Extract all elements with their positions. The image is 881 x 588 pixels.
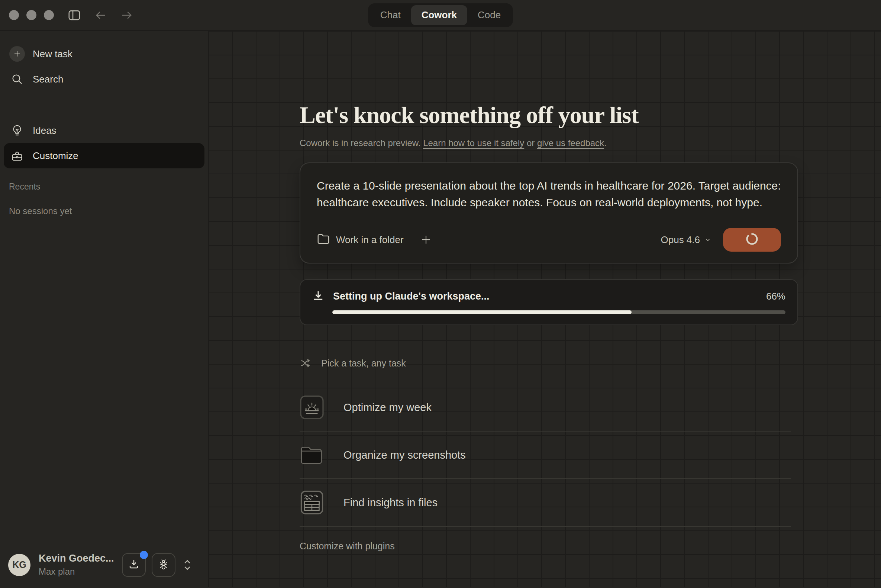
model-selector[interactable]: Opus 4.6: [660, 234, 712, 246]
back-icon[interactable]: [94, 9, 107, 22]
send-button[interactable]: [723, 228, 781, 252]
task-composer[interactable]: Create a 10-slide presentation about the…: [300, 162, 798, 264]
updates-button[interactable]: [122, 553, 146, 577]
recents-heading: Recents: [9, 182, 208, 192]
minimize-window-button[interactable]: [26, 10, 36, 20]
shuffle-icon: [300, 357, 312, 369]
task-label: Organize my screenshots: [344, 449, 466, 461]
report-bug-button[interactable]: [152, 553, 176, 577]
workspace-setup-percent: 66%: [766, 291, 785, 302]
account-plan: Max plan: [39, 567, 116, 577]
tab-chat[interactable]: Chat: [370, 5, 411, 25]
sidebar-item-customize[interactable]: Customize: [4, 143, 204, 168]
safety-link[interactable]: Learn how to use it safely: [423, 138, 524, 148]
toolbox-icon: [9, 147, 25, 164]
feedback-link[interactable]: give us feedback: [537, 138, 604, 148]
new-task-button[interactable]: New task: [4, 41, 204, 66]
page-title: Let's knock something off your list: [300, 102, 798, 129]
task-label: Optimize my week: [344, 401, 432, 414]
search-icon: [9, 71, 25, 87]
sunrise-icon: [300, 395, 324, 420]
plus-icon: [9, 46, 25, 62]
notification-dot: [140, 551, 148, 559]
work-in-folder-label: Work in a folder: [336, 234, 404, 246]
bug-icon: [158, 558, 170, 572]
suggested-tasks: Pick a task, any task: [300, 357, 798, 552]
search-label: Search: [33, 74, 63, 85]
app-window: Chat Cowork Code New task: [0, 0, 881, 588]
task-optimize-week[interactable]: Optimize my week: [300, 384, 791, 432]
task-list: Optimize my week Organize my screenshots: [300, 384, 791, 526]
title-bar: Chat Cowork Code: [0, 0, 881, 31]
account-name: Kevin Goedec...: [39, 553, 116, 564]
note-text: Cowork is in research preview.: [300, 138, 423, 148]
model-label: Opus 4.6: [660, 234, 700, 246]
tab-cowork[interactable]: Cowork: [411, 5, 467, 25]
chevron-down-icon: [704, 236, 712, 244]
avatar[interactable]: KG: [8, 554, 30, 576]
note-conjunction: or: [524, 138, 537, 148]
task-find-insights[interactable]: Find insights in files: [300, 479, 791, 526]
document-table-icon: [300, 490, 324, 515]
sidebar-toggle-icon[interactable]: [67, 8, 81, 22]
account-info[interactable]: Kevin Goedec... Max plan: [39, 553, 116, 577]
workspace-setup-label: Setting up Claude's workspace...: [333, 291, 489, 302]
recents-empty-text: No sessions yet: [9, 206, 208, 216]
close-window-button[interactable]: [9, 10, 19, 20]
note-period: .: [604, 138, 607, 148]
attach-plus-icon[interactable]: [420, 234, 432, 246]
main-canvas: Let's knock something off your list Cowo…: [208, 31, 881, 587]
tasks-header-label: Pick a task, any task: [321, 358, 406, 369]
download-tray-icon: [312, 290, 325, 303]
customize-plugins-link[interactable]: Customize with plugins: [300, 541, 798, 552]
sidebar-item-label: Customize: [33, 150, 78, 162]
sidebar-item-label: Ideas: [33, 125, 57, 136]
shuffle-tasks-button[interactable]: Pick a task, any task: [300, 357, 798, 369]
maximize-window-button[interactable]: [44, 10, 54, 20]
prompt-input[interactable]: Create a 10-slide presentation about the…: [317, 177, 781, 211]
account-menu-expander[interactable]: [182, 559, 192, 571]
folder-outline-icon: [317, 232, 330, 247]
task-label: Find insights in files: [344, 496, 438, 509]
sidebar-item-ideas[interactable]: Ideas: [4, 118, 204, 143]
forward-icon[interactable]: [120, 9, 134, 22]
lightbulb-icon: [9, 122, 25, 139]
folder-icon: [300, 442, 324, 467]
new-task-label: New task: [33, 48, 72, 60]
loading-spinner-icon: [745, 232, 759, 248]
tab-code[interactable]: Code: [467, 5, 511, 25]
workspace-progress-bar: [332, 310, 785, 314]
task-organize-screenshots[interactable]: Organize my screenshots: [300, 432, 791, 479]
account-footer: KG Kevin Goedec... Max plan: [0, 542, 208, 587]
sidebar: New task Search: [0, 31, 208, 587]
download-icon: [128, 558, 140, 572]
mode-switcher: Chat Cowork Code: [368, 3, 513, 27]
search-button[interactable]: Search: [4, 66, 204, 92]
window-controls: [9, 10, 54, 20]
workspace-setup-card: Setting up Claude's workspace... 66%: [300, 279, 798, 325]
research-preview-note: Cowork is in research preview. Learn how…: [300, 138, 798, 148]
workspace-progress-fill: [332, 310, 632, 314]
work-in-folder-button[interactable]: Work in a folder: [317, 232, 404, 247]
